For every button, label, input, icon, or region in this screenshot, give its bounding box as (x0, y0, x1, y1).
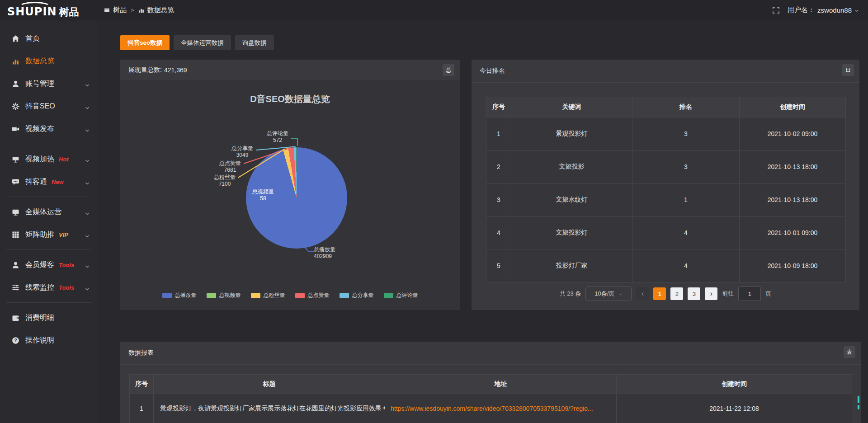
sidebar-item-douketong[interactable]: 抖客通New (0, 170, 98, 193)
sidebar-item-video-heat[interactable]: 视频加热Hot (0, 148, 98, 170)
table-cell: 文旅投影 (511, 150, 632, 183)
page-size-select[interactable]: 10条/页 (585, 287, 632, 301)
legend-swatch (251, 293, 260, 298)
daily-view-button[interactable]: 日 (842, 64, 854, 76)
legend-swatch (340, 293, 349, 298)
ranking-row: 1景观投影灯32021-10-02 09:00 (486, 118, 846, 150)
logo-text: SHUPIN树品 (7, 5, 79, 19)
scrollbar-thumb[interactable] (858, 396, 859, 411)
page-button-3[interactable]: 3 (688, 287, 700, 300)
sidebar-item-expense-detail[interactable]: 消费明细 (0, 306, 98, 329)
sidebar-item-label: 抖客通 (25, 177, 47, 187)
breadcrumb: 树品 > 数据总览 (104, 0, 175, 20)
column-header: 排名 (632, 97, 740, 118)
user-menu[interactable]: 用户名：zswodun88 (788, 6, 859, 14)
sidebar-item-video-publish[interactable]: 视频发布 (0, 118, 98, 140)
legend-swatch (207, 293, 216, 298)
sidebar-item-overview[interactable]: 数据总览 (0, 50, 98, 72)
sidebar-item-matrix-boost[interactable]: 矩阵助推VIP (0, 223, 98, 246)
monitor-icon (12, 208, 19, 216)
pie-label-value: 572 (273, 137, 282, 143)
sidebar-item-member-burst[interactable]: 会员爆客Tools (0, 254, 98, 276)
sidebar-item-account[interactable]: 账号管理 (0, 72, 98, 95)
chevron-down-icon (85, 81, 90, 89)
chevron-down-icon (85, 127, 90, 135)
logo-en: SHUPIN (7, 5, 57, 18)
page-button-1[interactable]: 1 (653, 287, 666, 300)
report-link[interactable]: https://www.iesdouyin.com/share/video/70… (385, 394, 617, 423)
pagination-total: 共 23 条 (560, 290, 581, 298)
report-row: 1景观投影灯，夜游景观投影灯厂家展示展示落花灯在花园里的灯光投影应用效果 #ht… (130, 394, 852, 423)
breadcrumb-separator: > (131, 7, 134, 14)
table-cell: 文旅水纹灯 (511, 183, 632, 216)
table-header-row: 序号关键词排名创建时间 (486, 97, 846, 118)
sidebar-item-badge: Hot (59, 156, 69, 163)
leader-line (309, 251, 314, 252)
tab-inquiry-data[interactable]: 询盘数据 (235, 35, 274, 50)
sidebar-item-label: 首页 (25, 34, 40, 43)
tab-douyin-seo-data[interactable]: 抖音seo数据 (120, 35, 170, 50)
legend-item[interactable]: 总分享量 (340, 291, 374, 299)
pie-label-name: 总视频量 (252, 188, 274, 195)
table-cell: 2021-10-02 09:00 (740, 118, 846, 150)
chart-title: D音SEO数据量总览 (120, 93, 460, 105)
ranking-table-head: 序号关键词排名创建时间 (486, 97, 846, 118)
legend-swatch (162, 293, 172, 298)
sidebar-item-clue-monitor[interactable]: 线索监控Tools (0, 276, 98, 299)
bar-chart-icon (12, 57, 19, 65)
ranking-row: 3文旅水纹灯12021-10-13 18:00 (486, 183, 846, 216)
legend-item[interactable]: 总粉丝量 (251, 291, 285, 299)
app-window-icon (104, 7, 110, 13)
chevron-down-icon (85, 104, 90, 112)
chat-icon (12, 178, 19, 186)
pie-label-likes: 总点赞量 7681 (212, 160, 248, 174)
projector-icon (12, 155, 19, 163)
table-cell: 5 (486, 249, 511, 282)
next-page-button[interactable]: › (705, 287, 717, 300)
legend-label: 总播放量 (175, 291, 197, 299)
table-cell: 2021-10-13 18:00 (740, 150, 846, 183)
total-view-button[interactable]: 总 (443, 64, 454, 76)
legend-label: 总分享量 (352, 291, 374, 299)
column-header: 标题 (154, 375, 385, 394)
sidebar-item-douyin-seo[interactable]: 抖音SEO (0, 95, 98, 118)
goto-page-input[interactable] (738, 287, 761, 301)
table-cell: 4 (632, 249, 740, 282)
legend-item[interactable]: 总播放量 (162, 291, 197, 299)
breadcrumb-root[interactable]: 树品 (113, 6, 127, 14)
sidebar-item-label: 账号管理 (25, 79, 54, 89)
prev-page-button[interactable]: ‹ (636, 287, 649, 300)
legend-item[interactable]: 总点赞量 (295, 291, 330, 299)
page-button-2[interactable]: 2 (670, 287, 683, 300)
pie-label-videos: 总视频量 58 (245, 188, 281, 202)
sidebar-item-label: 消费明细 (25, 313, 54, 323)
ranking-panel-title: 今日排名 (480, 67, 505, 75)
chevron-down-icon (854, 6, 859, 14)
sidebar-item-media-ops[interactable]: 全媒体运营 (0, 201, 98, 223)
legend-item[interactable]: 总视频量 (207, 291, 241, 299)
tab-media-ops-data[interactable]: 全媒体运营数据 (174, 35, 231, 50)
user-label: 用户名： (788, 6, 815, 14)
impressions-total-value: 421,369 (164, 66, 187, 74)
table-view-button[interactable]: 表 (844, 346, 855, 358)
leader-line (297, 138, 298, 146)
ranking-table-body: 1景观投影灯32021-10-02 09:002文旅投影32021-10-13 … (486, 118, 846, 282)
sidebar-item-instructions[interactable]: ?操作说明 (0, 329, 98, 352)
chevron-down-icon (85, 179, 90, 188)
fullscreen-icon[interactable] (773, 7, 779, 14)
sidebar: 首页数据总览账号管理抖音SEO视频发布视频加热Hot抖客通New全媒体运营矩阵助… (0, 20, 98, 423)
legend-item[interactable]: 总评论量 (384, 291, 418, 299)
ranking-panel-header: 今日排名 日 (472, 60, 859, 83)
sidebar-divider (6, 302, 91, 303)
chevron-down-icon (618, 291, 623, 297)
sidebar-item-label: 视频发布 (25, 124, 54, 134)
bar-chart-icon (138, 7, 144, 13)
breadcrumb-current[interactable]: 数据总览 (147, 6, 175, 14)
report-table-head: 序号标题地址创建时间 (130, 375, 852, 394)
sidebar-item-label: 全媒体运营 (25, 207, 61, 217)
help-icon: ? (12, 337, 19, 344)
ranking-row: 5投影灯厂家42021-10-09 18:00 (486, 249, 846, 282)
chevron-down-icon (85, 285, 90, 293)
sidebar-item-badge: Tools (59, 284, 74, 291)
sidebar-item-home[interactable]: 首页 (0, 27, 98, 50)
